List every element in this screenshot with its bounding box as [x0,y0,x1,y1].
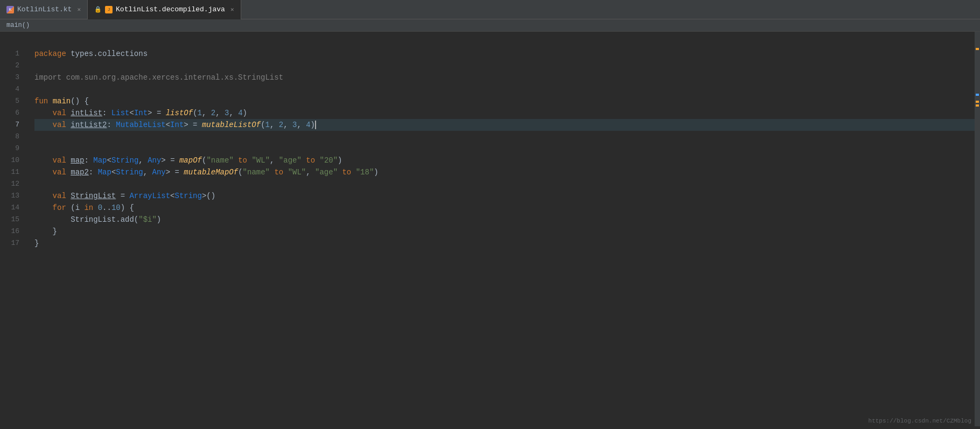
token-normal: > = [184,119,202,131]
tab-kotlin[interactable]: K KotlinList.kt ✕ [0,0,88,19]
token-typename: Map [93,154,107,166]
token-normal: ) [338,154,342,166]
token-normal: < [107,154,111,166]
token-normal: , [138,154,148,166]
line-number: 5 [15,95,19,107]
gutter-line-13: 12 [0,178,24,190]
token-normal: > = [166,166,184,178]
code-line-9 [34,131,980,143]
line-number: 8 [15,131,19,143]
token-normal: < [166,119,170,131]
token-comment: import com.sun.org.apache.xerces.interna… [34,72,283,83]
java-file-icon: J [105,6,113,13]
line-number: 17 [11,237,19,249]
gutter-line-18: ◇17 [0,237,24,249]
token-num: 1 [198,107,202,119]
token-normal [66,190,71,202]
token-normal: ( [202,154,206,166]
token-kw: val [53,154,66,166]
line-number: 13 [11,190,19,202]
token-fn-italic: mutableListOf [202,119,261,131]
scrollbar-mark-3 [976,101,979,103]
code-line-11: val map: Map<String, Any> = mapOf("name"… [34,154,980,166]
token-typename: MutableList [116,119,165,131]
token-str: "WL" [288,166,306,178]
token-normal [34,154,53,166]
token-fn-italic: mutableMapOf [184,166,238,178]
token-normal [34,166,53,178]
right-scrollbar[interactable] [975,32,980,426]
token-normal [34,107,53,119]
token-normal: , [306,166,315,178]
token-normal [234,154,238,166]
token-normal: } [34,226,57,237]
token-typename: Int [134,107,148,119]
code-line-7: val intList: List<Int> = listOf(1, 2, 3,… [34,107,980,119]
gutter-line-15: ◇14 [0,202,24,214]
token-str: "age" [279,154,302,166]
code-line-16: StringList.add("$i") [34,214,980,226]
gutter-line-8: 💡7 [0,119,24,131]
token-typename: Map [98,166,111,178]
token-normal: types.collections [66,48,148,60]
tab-java-close[interactable]: ✕ [230,6,234,13]
code-line-14: val StringList = ArrayList<String>() [34,190,980,202]
token-fn: main [53,95,71,107]
code-line-13 [34,178,980,190]
token-typename: Any [148,154,161,166]
gutter-line-11: 10 [0,154,24,166]
token-normal: ) [243,107,247,119]
line-number: 16 [11,226,19,237]
tab-java[interactable]: 🔒 J KotlinList.decompiled.java ✕ [88,0,241,19]
token-normal: : [107,119,116,131]
token-str: "18" [356,166,374,178]
url-watermark: https://blog.csdn.net/CZMblog [869,418,971,424]
token-normal: < [170,190,174,202]
tab-kotlin-label: KotlinList.kt [17,5,72,13]
token-str: "name" [206,154,233,166]
token-kw: val [53,107,66,119]
code-line-17: } [34,226,980,237]
line-number: 15 [11,214,19,226]
gutter-line-5: 4 [0,83,24,95]
code-line-15: for (i in 0..10) { [34,202,980,214]
line-number: 9 [15,143,19,154]
gutter-line-12: 11 [0,166,24,178]
token-typename: Any [152,166,166,178]
code-line-2: package types.collections [34,48,980,60]
token-kw: to [342,166,351,178]
token-normal [338,166,342,178]
line-number: 1 [15,48,19,60]
token-normal: , [215,107,225,119]
token-normal [48,95,52,107]
token-normal: , [202,107,211,119]
code-line-8: val intList2: MutableList<Int> = mutable… [34,119,980,131]
token-normal: ) { [121,202,134,214]
line-number: 2 [15,60,19,72]
token-normal: ) [374,166,378,178]
token-normal [34,119,53,131]
token-var-ul: map2 [71,166,89,178]
token-normal: } [34,237,39,249]
code-line-6: fun main() { [34,95,980,107]
kotlin-file-icon: K [6,6,14,13]
token-num: 0 [98,202,102,214]
code-line-18: } [34,237,980,249]
token-normal [283,166,288,178]
token-normal: (i [66,202,85,214]
token-str: "WL" [251,154,270,166]
token-normal [34,202,53,214]
text-cursor [315,121,316,129]
tab-kotlin-close[interactable]: ✕ [77,6,81,13]
token-normal: ) [157,214,161,226]
token-normal [66,107,71,119]
token-var-ul: StringList [71,190,116,202]
line-number: 10 [11,154,19,166]
line-number: 7 [15,119,19,131]
code-editor[interactable]: package types.collections import com.sun… [27,32,980,426]
token-normal [93,202,97,214]
token-normal: ( [193,107,197,119]
token-str: "$i" [138,214,157,226]
token-typename: String [111,154,138,166]
token-normal: : [89,166,98,178]
